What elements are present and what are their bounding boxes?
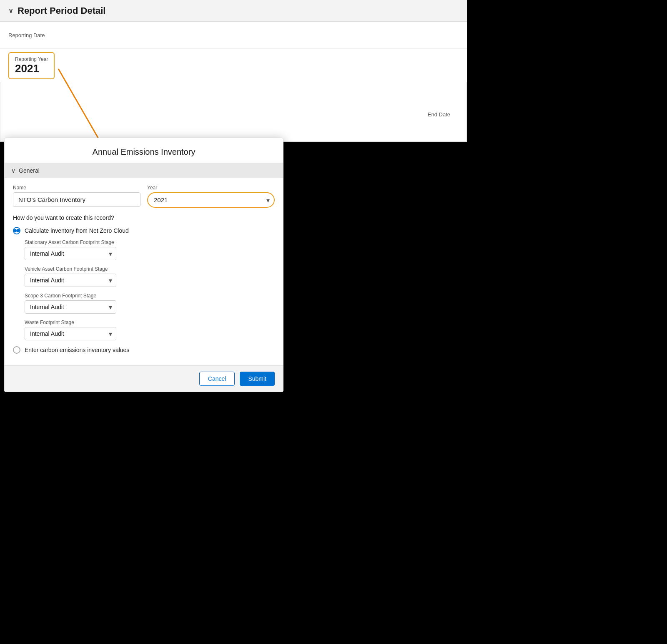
reporting-date-label: Reporting Date [8,32,45,38]
waste-field-group: Waste Footprint Stage Internal Audit Fin… [25,319,275,340]
waste-dropdown-wrapper: Internal Audit Final Draft [25,327,116,340]
general-section-label: General [19,167,40,174]
scope3-label: Scope 3 Carbon Footprint Stage [25,293,275,299]
end-date-label: End Date [428,111,450,118]
option1-label: Calculate inventory from Net Zero Cloud [25,227,129,234]
reporting-year-value: 2021 [15,62,48,75]
name-input[interactable] [13,192,140,207]
year-field-group: Year 2021 2020 2022 [147,185,275,208]
reporting-year-label: Reporting Year [15,56,48,62]
modal-title: Annual Emissions Inventory [5,138,283,163]
section-body: Name Year 2021 2020 2022 How do you want… [5,178,283,365]
report-fields-row2: Reporting Year 2021 End Date [0,49,467,82]
cancel-button[interactable]: Cancel [199,372,235,386]
vehicle-label: Vehicle Asset Carbon Footprint Stage [25,266,275,272]
report-period-label: Report Period Detail [18,5,105,16]
stationary-dropdown-wrapper: Internal Audit Final Draft [25,247,116,260]
stationary-select[interactable]: Internal Audit Final Draft [25,247,116,260]
modal-footer: Cancel Submit [5,365,283,392]
stationary-label: Stationary Asset Carbon Footprint Stage [25,239,275,245]
scope3-select[interactable]: Internal Audit Final Draft [25,300,116,314]
name-field-group: Name [13,185,140,208]
general-section-header[interactable]: ∨ General [5,163,283,178]
option2-radio-circle [13,346,20,354]
scope3-dropdown-wrapper: Internal Audit Final Draft [25,300,116,314]
chevron-icon[interactable]: ∨ [8,7,13,15]
end-date-group: End Date [428,98,450,131]
option2-radio[interactable]: Enter carbon emissions inventory values [13,346,275,354]
general-chevron-icon: ∨ [11,167,15,174]
modal-dialog: Annual Emissions Inventory ∨ General Nam… [4,138,283,392]
reporting-date-group: Reporting Date [8,32,45,38]
question-label: How do you want to create this record? [13,214,275,221]
vehicle-select[interactable]: Internal Audit Final Draft [25,274,116,287]
reporting-year-box: Reporting Year 2021 [8,52,55,79]
report-period-title: ∨ Report Period Detail [8,5,105,16]
name-year-row: Name Year 2021 2020 2022 [13,185,275,208]
sub-fields: Stationary Asset Carbon Footprint Stage … [25,239,275,340]
report-fields-row1: Reporting Date Start Date [0,22,467,49]
year-select[interactable]: 2021 2020 2022 [147,192,275,208]
name-label: Name [13,185,140,191]
option2-label: Enter carbon emissions inventory values [25,347,129,353]
year-label: Year [147,185,275,191]
scope3-field-group: Scope 3 Carbon Footprint Stage Internal … [25,293,275,314]
report-period-header: ∨ Report Period Detail [0,0,467,22]
submit-button[interactable]: Submit [240,372,275,386]
vehicle-dropdown-wrapper: Internal Audit Final Draft [25,274,116,287]
option1-radio-circle [13,227,20,234]
stationary-field-group: Stationary Asset Carbon Footprint Stage … [25,239,275,260]
vehicle-field-group: Vehicle Asset Carbon Footprint Stage Int… [25,266,275,287]
option1-radio[interactable]: Calculate inventory from Net Zero Cloud [13,227,275,234]
waste-label: Waste Footprint Stage [25,319,275,325]
waste-select[interactable]: Internal Audit Final Draft [25,327,116,340]
year-select-wrapper: 2021 2020 2022 [147,192,275,208]
